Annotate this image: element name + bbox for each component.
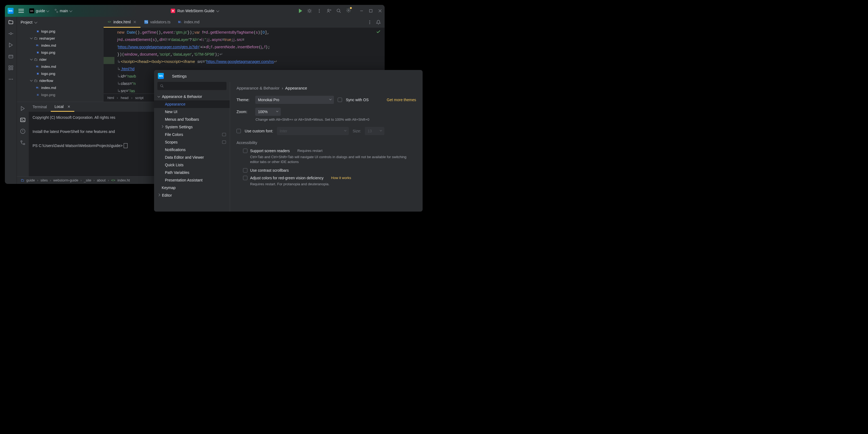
nav-presentation-assistant[interactable]: Presentation Assistant (154, 176, 230, 184)
services-tool-icon[interactable] (8, 65, 13, 70)
svg-rect-20 (21, 118, 25, 122)
settings-search-input[interactable] (157, 82, 226, 90)
get-themes-link[interactable]: Get more themes (387, 98, 416, 102)
chevron-down-icon (329, 98, 332, 100)
svg-point-15 (10, 79, 11, 80)
screen-readers-checkbox[interactable] (243, 149, 247, 153)
path-segment[interactable]: about (97, 178, 106, 182)
problems-tool-icon[interactable] (20, 129, 26, 134)
nav-new-ui[interactable]: New UI (154, 108, 230, 116)
zoom-select[interactable]: 100% (255, 108, 281, 116)
font-select[interactable]: Inter (277, 127, 349, 135)
editor-tab[interactable]: TSvalidators.ts (141, 17, 175, 28)
nav-appearance[interactable]: Appearance (154, 100, 230, 108)
size-label: Size: (352, 129, 361, 133)
color-deficiency-desc: Requires restart. For protanopia and deu… (237, 182, 416, 187)
svg-point-3 (319, 12, 320, 13)
path-segment[interactable]: guide (26, 178, 35, 182)
svg-rect-11 (11, 66, 13, 67)
contrast-scrollbars-checkbox[interactable] (243, 168, 247, 173)
search-icon[interactable] (336, 8, 341, 13)
terminal-tool-icon[interactable] (20, 117, 26, 123)
svg-point-0 (308, 10, 311, 12)
close-button[interactable] (378, 9, 382, 13)
nav-path-variables[interactable]: Path Variables (154, 169, 230, 176)
tree-folder: 🗀riderflow (17, 77, 104, 84)
nav-editor[interactable]: Editor (154, 191, 230, 199)
editor-tab[interactable]: M↓index.md (175, 17, 204, 28)
bookmarks-tool-icon[interactable] (8, 54, 13, 59)
image-icon: ▣ (36, 93, 40, 97)
nav-scopes[interactable]: Scopes (154, 138, 230, 146)
more-tools-icon[interactable] (8, 76, 13, 82)
sync-os-checkbox[interactable] (338, 98, 342, 102)
settings-dialog: WS Settings Appearance & Behavior Appear… (154, 70, 423, 212)
folder-icon: 🗀 (34, 79, 38, 83)
theme-select[interactable]: Monokai Pro (255, 96, 334, 104)
svg-point-5 (337, 9, 340, 12)
project-tool-icon[interactable] (8, 20, 13, 25)
minimize-button[interactable] (360, 9, 364, 13)
settings-titlebar: WS Settings (154, 70, 423, 82)
svg-point-2 (319, 10, 320, 11)
font-size-select[interactable]: 13 (365, 127, 384, 135)
tab-more-icon[interactable] (367, 20, 372, 25)
nav-data-editor[interactable]: Data Editor and Viewer (154, 154, 230, 161)
folder-icon: 🗀 (21, 178, 24, 182)
vcs-branch-selector[interactable]: main (54, 9, 72, 13)
main-menu-icon[interactable] (19, 9, 24, 13)
more-icon[interactable] (317, 8, 322, 13)
run-button[interactable] (299, 9, 302, 13)
folder-icon: 🗀 (34, 58, 38, 62)
path-segment[interactable]: _site (84, 178, 91, 182)
accessibility-header: Accessibility (237, 141, 416, 145)
color-deficiency-checkbox[interactable] (243, 176, 247, 180)
editor-tab[interactable]: <>index.html (104, 17, 141, 28)
html-icon: <> (111, 178, 115, 182)
custom-font-checkbox[interactable] (237, 129, 241, 133)
svg-point-18 (369, 22, 370, 23)
chevron-down-icon (344, 129, 346, 131)
code-with-me-icon[interactable] (327, 8, 332, 13)
project-selector[interactable]: WS guide (29, 8, 49, 13)
run-tool-icon[interactable] (20, 106, 26, 111)
nav-menus-toolbars[interactable]: Menus and Toolbars (154, 116, 230, 123)
nav-notifications[interactable]: Notifications (154, 146, 230, 154)
project-sidebar-header[interactable]: Project (17, 17, 104, 28)
svg-point-6 (348, 10, 349, 11)
svg-point-8 (10, 33, 12, 35)
structure-tool-icon[interactable] (8, 42, 13, 48)
nav-quick-lists[interactable]: Quick Lists (154, 161, 230, 169)
inspection-ok-icon[interactable] (376, 29, 381, 34)
nav-keymap[interactable]: Keymap (154, 184, 230, 191)
svg-point-17 (369, 20, 370, 21)
maximize-button[interactable] (369, 9, 373, 13)
file-tree[interactable]: ▣logo.png 🗀resharper M↓index.md ▣logo.pn… (17, 28, 104, 102)
terminal-tab[interactable]: Local (51, 102, 74, 112)
close-icon[interactable] (67, 105, 70, 108)
svg-rect-7 (369, 9, 372, 12)
webstorm-logo-icon: WS (158, 73, 164, 79)
path-segment[interactable]: sites (40, 178, 48, 182)
nav-file-colors[interactable]: File Colors (154, 131, 230, 138)
notifications-icon[interactable] (376, 20, 381, 25)
settings-icon[interactable] (346, 8, 351, 14)
markdown-icon: M↓ (36, 43, 40, 47)
nav-appearance-behavior[interactable]: Appearance & Behavior (154, 93, 230, 100)
tree-file: ▣logo.png (17, 28, 104, 35)
vcs-tool-icon[interactable] (20, 140, 26, 145)
svg-point-14 (9, 79, 9, 80)
run-config-selector[interactable]: Run WebStorm Guide (171, 9, 219, 13)
path-segment[interactable]: webstorm-guide (53, 178, 79, 182)
markdown-icon: M↓ (178, 20, 182, 24)
commit-tool-icon[interactable] (8, 31, 13, 36)
chevron-down-icon (380, 129, 382, 131)
path-segment[interactable]: index.ht (118, 178, 130, 182)
debug-button[interactable] (307, 8, 312, 13)
titlebar: WS WS guide main Run WebStorm Guide (5, 5, 384, 17)
run-config-label: Run WebStorm Guide (177, 9, 215, 13)
how-it-works-link[interactable]: How it works (331, 176, 351, 180)
close-icon[interactable] (133, 20, 137, 24)
nav-system-settings[interactable]: System Settings (154, 123, 230, 131)
terminal-tab[interactable]: Terminal (29, 102, 51, 112)
